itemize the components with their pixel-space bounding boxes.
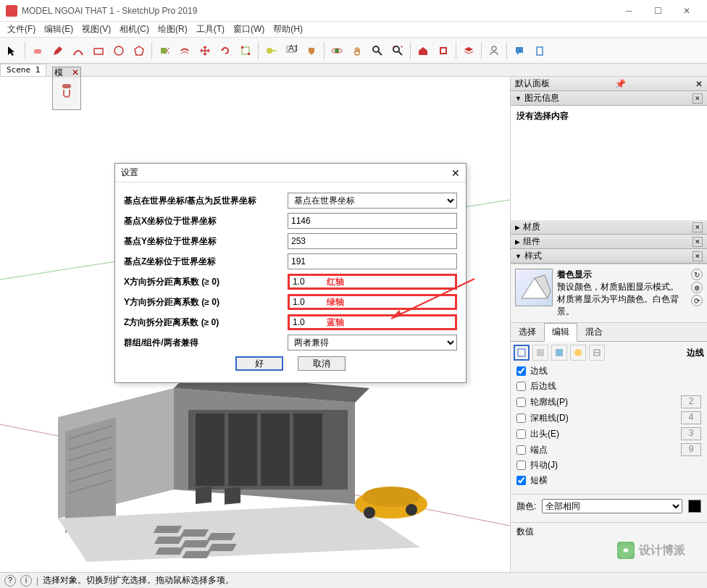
- dialog-titlebar[interactable]: 设置 ✕: [115, 164, 466, 182]
- close-button[interactable]: ✕: [672, 1, 701, 21]
- maximize-button[interactable]: ☐: [643, 1, 672, 21]
- pan-tool-icon[interactable]: [348, 41, 367, 60]
- bg-settings-icon[interactable]: [551, 345, 567, 361]
- status-text: 选择对象。切换到扩充选择。拖动鼠标选择多项。: [43, 574, 234, 587]
- profile-checkbox[interactable]: [516, 398, 526, 407]
- tray-close-icon[interactable]: ✕: [695, 79, 703, 89]
- arc-tool-icon[interactable]: [69, 41, 88, 60]
- base-z-input[interactable]: [288, 253, 457, 269]
- subtab-edit[interactable]: 编辑: [544, 323, 577, 342]
- style-create-icon[interactable]: ⊕: [691, 282, 703, 293]
- circle-tool-icon[interactable]: [109, 41, 128, 60]
- watermark-settings-icon[interactable]: [570, 345, 586, 361]
- modeling-settings-icon[interactable]: [589, 345, 605, 361]
- jitter-checkbox[interactable]: [516, 461, 526, 470]
- style-refresh-icon[interactable]: ⟳: [691, 295, 703, 306]
- base-x-input[interactable]: [288, 213, 457, 229]
- help-icon[interactable]: [510, 41, 529, 60]
- menu-camera[interactable]: 相机(C): [115, 22, 154, 37]
- edge-settings-icon[interactable]: [514, 345, 530, 361]
- status-info-icon[interactable]: i: [20, 575, 32, 587]
- subtab-mix[interactable]: 混合: [577, 323, 611, 341]
- section-component-close-icon[interactable]: ✕: [693, 237, 703, 247]
- layers-icon[interactable]: [459, 41, 478, 60]
- offset-tool-icon[interactable]: [175, 41, 194, 60]
- warehouse-icon[interactable]: [414, 41, 432, 60]
- rect-tool-icon[interactable]: [89, 41, 108, 60]
- pencil-tool-icon[interactable]: [49, 41, 67, 60]
- scene-tabs: Scene 1: [0, 64, 707, 77]
- scene-tab-1[interactable]: Scene 1: [0, 64, 46, 76]
- minimize-button[interactable]: ─: [614, 1, 643, 21]
- cancel-button[interactable]: 取消: [298, 356, 346, 371]
- orbit-tool-icon[interactable]: [327, 41, 346, 60]
- text-tool-icon[interactable]: A1: [282, 41, 301, 60]
- factor-y-input[interactable]: [288, 294, 457, 310]
- section-style-close-icon[interactable]: ✕: [693, 251, 703, 261]
- tray-header[interactable]: 默认面板 📌 ✕: [511, 77, 707, 91]
- section-material-close-icon[interactable]: ✕: [693, 222, 703, 232]
- group-mode-select[interactable]: 两者兼得: [288, 335, 457, 350]
- ok-button[interactable]: 好: [235, 356, 283, 371]
- section-material[interactable]: ▶ 材质 ✕: [511, 220, 707, 235]
- edge-checkbox[interactable]: [516, 366, 526, 376]
- extension-icon[interactable]: [434, 41, 453, 60]
- profile-value[interactable]: 2: [681, 395, 701, 408]
- depth-checkbox[interactable]: [516, 413, 526, 423]
- endpoint-checkbox[interactable]: [516, 445, 526, 455]
- tape-tool-icon[interactable]: [262, 41, 280, 60]
- pushpull-tool-icon[interactable]: [155, 41, 174, 60]
- style-subtabs: 选择 编辑 混合: [511, 323, 707, 342]
- paint-tool-icon[interactable]: [302, 41, 321, 60]
- floating-toolbar-header[interactable]: 模 ✕: [53, 67, 80, 77]
- info-icon[interactable]: [530, 41, 549, 60]
- edge-color-swatch[interactable]: [688, 500, 701, 513]
- select-tool-icon[interactable]: [3, 41, 22, 60]
- section-style[interactable]: ▼ 样式 ✕: [511, 249, 707, 264]
- dialog-close-icon[interactable]: ✕: [451, 167, 460, 179]
- style-update-icon[interactable]: ↻: [691, 269, 703, 280]
- floating-toolbar[interactable]: 模 ✕: [52, 67, 81, 110]
- section-entity-info[interactable]: ▼ 图元信息 ✕: [511, 91, 707, 106]
- endpoint-value[interactable]: 9: [681, 443, 701, 456]
- menu-edit[interactable]: 编辑(E): [40, 22, 78, 37]
- coord-mode-select[interactable]: 基点在世界坐标: [288, 193, 457, 209]
- style-thumbnail[interactable]: [515, 269, 553, 306]
- section-entity-close-icon[interactable]: ✕: [693, 93, 703, 104]
- user-icon[interactable]: [485, 41, 503, 60]
- factor-z-input[interactable]: [288, 314, 457, 330]
- menu-file[interactable]: 文件(F): [3, 22, 40, 37]
- move-tool-icon[interactable]: [196, 41, 214, 60]
- ext-checkbox[interactable]: [516, 429, 526, 439]
- tray-pin-icon[interactable]: 📌: [615, 79, 626, 89]
- back-edge-checkbox[interactable]: [516, 382, 526, 391]
- menu-window[interactable]: 窗口(W): [229, 22, 269, 37]
- zoom-extents-icon[interactable]: [388, 41, 407, 60]
- subtab-select[interactable]: 选择: [511, 323, 544, 341]
- explode-tool-icon[interactable]: [57, 80, 76, 99]
- dash-checkbox[interactable]: [516, 476, 526, 485]
- ext-value[interactable]: 3: [681, 427, 701, 440]
- section-component[interactable]: ▶ 组件 ✕: [511, 235, 707, 249]
- edge-color-select[interactable]: 全部相同: [542, 499, 682, 513]
- status-help-icon[interactable]: ?: [4, 575, 16, 587]
- polygon-tool-icon[interactable]: [130, 41, 148, 60]
- menu-view[interactable]: 视图(V): [78, 22, 115, 37]
- menu-tools[interactable]: 工具(T): [192, 22, 229, 37]
- base-z-label: 基点Z坐标位于世界坐标: [124, 256, 283, 268]
- scale-tool-icon[interactable]: [236, 41, 255, 60]
- svg-rect-51: [155, 547, 184, 555]
- factor-x-input[interactable]: [288, 274, 457, 290]
- face-settings-icon[interactable]: [532, 345, 548, 361]
- value-section: 数值: [511, 522, 707, 541]
- rotate-tool-icon[interactable]: [216, 41, 235, 60]
- factor-z-label: Z方向拆分距离系数 (≥ 0): [124, 316, 283, 329]
- zoom-tool-icon[interactable]: [368, 41, 387, 60]
- floating-toolbar-close-icon[interactable]: ✕: [72, 67, 79, 77]
- menu-draw[interactable]: 绘图(R): [154, 22, 192, 37]
- depth-value[interactable]: 4: [681, 411, 701, 424]
- base-y-input[interactable]: [288, 233, 457, 249]
- section-entity-title: 图元信息: [524, 92, 559, 104]
- menu-help[interactable]: 帮助(H): [269, 22, 307, 37]
- eraser-tool-icon[interactable]: [28, 41, 47, 60]
